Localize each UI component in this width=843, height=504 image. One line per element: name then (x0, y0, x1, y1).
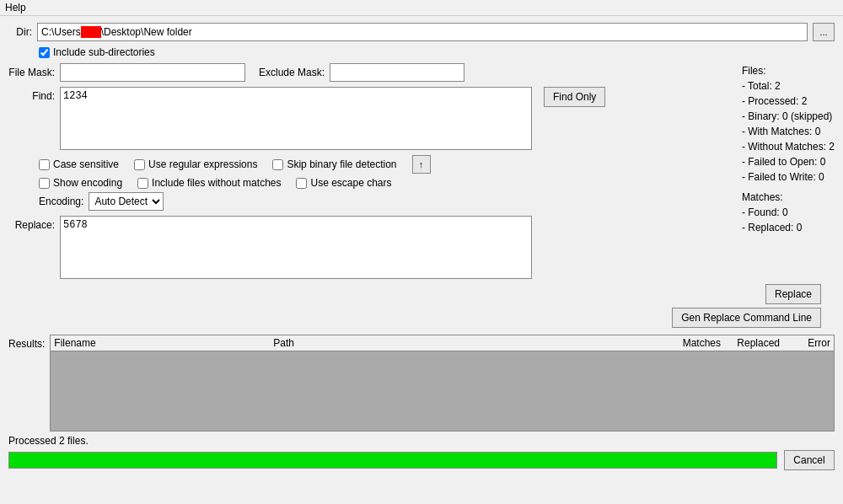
browse-button[interactable]: ... (813, 23, 835, 41)
replace-button[interactable]: Replace (765, 284, 821, 304)
col-path-header: Path (273, 337, 662, 349)
include-without-matches-label: Include files without matches (152, 177, 281, 189)
encoding-select[interactable]: Auto Detect UTF-8 UTF-16 ANSI (89, 192, 164, 211)
dir-input-display[interactable]: C:\Users \Desktop\New folder (37, 23, 808, 41)
case-sensitive-option: Case sensitive (39, 158, 119, 170)
cancel-button[interactable]: Cancel (784, 450, 835, 470)
dir-highlighted (81, 26, 101, 38)
dir-label: Dir: (8, 26, 32, 38)
results-table: Filename Path Matches Replaced Error (50, 335, 835, 432)
filemask-row: File Mask: *.* Exclude Mask: *.dll, *.ex… (8, 63, 835, 82)
action-buttons: Replace Gen Replace Command Line (8, 284, 835, 328)
main-container: Dir: C:\Users \Desktop\New folder ... In… (0, 16, 843, 335)
show-encoding-option: Show encoding (39, 177, 122, 189)
total-stat: - Total: 2 (742, 78, 835, 94)
menu-bar: Help (0, 0, 843, 16)
use-escape-chars-label: Use escape chars (310, 177, 391, 189)
encoding-label: Encoding: (39, 196, 83, 207)
processed-stat: - Processed: 2 (742, 94, 835, 109)
replaced-stat: - Replaced: 0 (742, 220, 835, 235)
skip-binary-checkbox[interactable] (272, 159, 283, 170)
include-without-matches-checkbox[interactable] (137, 178, 148, 189)
encoding-row: Encoding: Auto Detect UTF-8 UTF-16 ANSI (39, 192, 835, 211)
include-subdirs-checkbox[interactable] (39, 47, 50, 58)
exclude-input[interactable]: *.dll, *.exe (330, 63, 464, 82)
find-only-button[interactable]: Find Only (544, 87, 605, 107)
bottom-bar: Processed 2 files. Cancel (0, 432, 843, 474)
results-label: Results: (8, 335, 45, 350)
found-stat: - Found: 0 (742, 205, 835, 220)
find-label: Find: (8, 87, 55, 102)
case-sensitive-checkbox[interactable] (39, 159, 50, 170)
case-sensitive-label: Case sensitive (53, 158, 119, 170)
failed-write-stat: - Failed to Write: 0 (742, 169, 835, 185)
progress-bar-outer (8, 452, 777, 469)
with-matches-stat: - With Matches: 0 (742, 124, 835, 139)
col-replaced-header: Replaced (721, 337, 780, 349)
up-button[interactable]: ↑ (412, 155, 431, 174)
progress-container: Cancel (8, 450, 835, 470)
dir-prefix: C:\Users (41, 26, 81, 38)
include-without-matches-option: Include files without matches (137, 177, 281, 189)
skip-binary-option: Skip binary file detection (272, 158, 396, 170)
show-encoding-label: Show encoding (53, 177, 122, 189)
replace-textarea[interactable]: 5678 (60, 216, 532, 279)
dir-row: Dir: C:\Users \Desktop\New folder ... (8, 23, 835, 41)
options-row-1: Case sensitive Use regular expressions S… (39, 155, 835, 174)
col-matches-header: Matches (662, 337, 721, 349)
include-subdirs-row: Include sub-directories (8, 46, 835, 58)
without-matches-stat: - Without Matches: 2 (742, 139, 835, 154)
progress-bar-inner (9, 453, 776, 468)
filemask-input[interactable]: *.* (60, 63, 245, 82)
replace-label: Replace: (8, 216, 55, 231)
options-row-2: Show encoding Include files without matc… (39, 177, 835, 189)
options-panel: Case sensitive Use regular expressions S… (8, 155, 835, 211)
use-escape-chars-checkbox[interactable] (296, 178, 307, 189)
use-escape-chars-option: Use escape chars (296, 177, 391, 189)
use-regex-option: Use regular expressions (134, 158, 257, 170)
find-row: Find: 1234 Find Only (8, 87, 835, 150)
failed-open-stat: - Failed to Open: 0 (742, 154, 835, 169)
show-encoding-checkbox[interactable] (39, 178, 50, 189)
menu-help[interactable]: Help (5, 2, 26, 13)
filemask-label: File Mask: (8, 67, 55, 78)
files-header: Files: (742, 63, 835, 78)
stats-panel: Files: - Total: 2 - Processed: 2 - Binar… (742, 63, 835, 235)
skip-binary-label: Skip binary file detection (287, 158, 396, 170)
results-body (51, 351, 834, 426)
include-subdirs-label: Include sub-directories (53, 46, 155, 58)
binary-stat: - Binary: 0 (skipped) (742, 109, 835, 124)
matches-header: Matches: (742, 190, 835, 205)
gen-replace-button[interactable]: Gen Replace Command Line (672, 308, 821, 328)
use-regex-checkbox[interactable] (134, 159, 145, 170)
exclude-label: Exclude Mask: (259, 67, 325, 78)
dir-suffix: \Desktop\New folder (101, 26, 192, 38)
col-error-header: Error (780, 337, 830, 349)
replace-row: Replace: 5678 (8, 216, 835, 279)
use-regex-label: Use regular expressions (148, 158, 257, 170)
results-header: Filename Path Matches Replaced Error (51, 335, 834, 351)
col-filename-header: Filename (54, 337, 273, 349)
results-section: Results: Filename Path Matches Replaced … (0, 335, 843, 432)
processed-text: Processed 2 files. (8, 435, 835, 447)
find-textarea[interactable]: 1234 (60, 87, 532, 150)
